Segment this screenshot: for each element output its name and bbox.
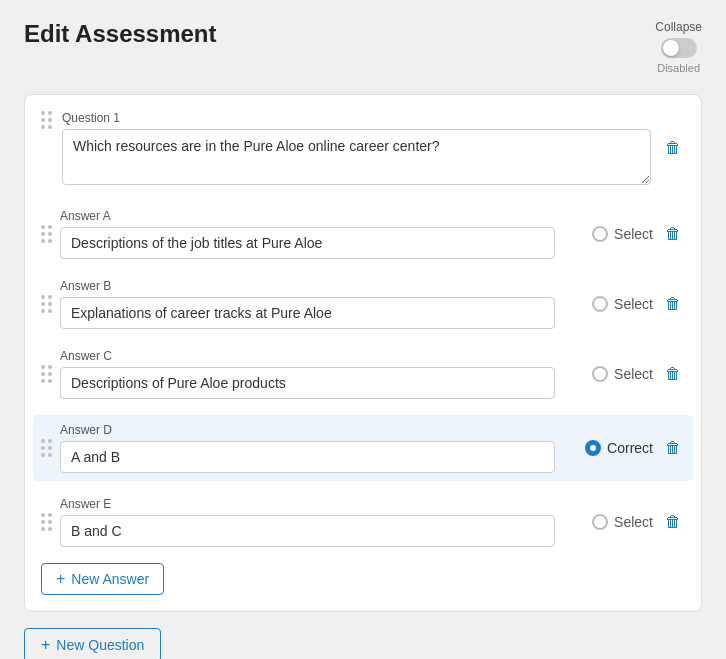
answer-drag-handle-c[interactable]: [41, 365, 52, 383]
select-area-e: Select: [563, 514, 653, 530]
radio-c[interactable]: [592, 366, 608, 382]
answer-label-b: Answer B: [60, 279, 555, 293]
trash-icon: 🗑: [665, 139, 681, 157]
trash-icon-answer-c: 🗑: [665, 365, 681, 383]
answer-input-c[interactable]: [60, 367, 555, 399]
answer-label-d: Answer D: [60, 423, 555, 437]
answer-input-b[interactable]: [60, 297, 555, 329]
answer-delete-button-e[interactable]: 🗑: [661, 509, 685, 535]
new-question-plus-icon: +: [41, 637, 50, 653]
answer-field-wrap-d: Answer D: [60, 423, 555, 473]
question-input[interactable]: [62, 129, 651, 185]
new-question-label: New Question: [56, 637, 144, 653]
toggle-thumb: [663, 40, 679, 56]
question-row: Question 1 🗑: [41, 111, 685, 189]
select-label-b[interactable]: Select: [614, 296, 653, 312]
answer-row-a: Answer A Select 🗑: [41, 205, 685, 263]
answer-delete-button-d[interactable]: 🗑: [661, 435, 685, 461]
answer-delete-button-b[interactable]: 🗑: [661, 291, 685, 317]
select-area-d: Correct: [563, 440, 653, 456]
trash-icon-answer-b: 🗑: [665, 295, 681, 313]
answer-label-a: Answer A: [60, 209, 555, 223]
answer-drag-handle-d[interactable]: [41, 439, 52, 457]
select-label-a[interactable]: Select: [614, 226, 653, 242]
answer-drag-handle-e[interactable]: [41, 513, 52, 531]
question-drag-handle[interactable]: [41, 111, 52, 129]
select-label-d[interactable]: Correct: [607, 440, 653, 456]
select-area-b: Select: [563, 296, 653, 312]
page-header: Edit Assessment Collapse Disabled: [24, 20, 702, 74]
trash-icon-answer-e: 🗑: [665, 513, 681, 531]
answer-row-b: Answer B Select 🗑: [41, 275, 685, 333]
new-question-button[interactable]: + New Question: [24, 628, 161, 659]
page-title: Edit Assessment: [24, 20, 217, 48]
question-delete-button[interactable]: 🗑: [661, 135, 685, 161]
answer-input-a[interactable]: [60, 227, 555, 259]
question-card: Question 1 🗑 Answer A Select: [24, 94, 702, 612]
answer-row-c: Answer C Select 🗑: [41, 345, 685, 403]
answer-field-wrap-c: Answer C: [60, 349, 555, 399]
answer-row-e: Answer E Select 🗑: [41, 493, 685, 551]
answer-input-e[interactable]: [60, 515, 555, 547]
answer-label-e: Answer E: [60, 497, 555, 511]
answer-field-wrap-a: Answer A: [60, 209, 555, 259]
plus-icon: +: [56, 571, 65, 587]
select-area-c: Select: [563, 366, 653, 382]
radio-b[interactable]: [592, 296, 608, 312]
question-label: Question 1: [62, 111, 651, 125]
new-answer-label: New Answer: [71, 571, 149, 587]
disabled-label: Disabled: [657, 62, 700, 74]
answer-delete-button-a[interactable]: 🗑: [661, 221, 685, 247]
select-label-e[interactable]: Select: [614, 514, 653, 530]
radio-a[interactable]: [592, 226, 608, 242]
question-field-wrap: Question 1: [62, 111, 651, 189]
answer-input-d[interactable]: [60, 441, 555, 473]
new-answer-button[interactable]: + New Answer: [41, 563, 164, 595]
collapse-label: Collapse: [655, 20, 702, 34]
radio-d[interactable]: [585, 440, 601, 456]
select-area-a: Select: [563, 226, 653, 242]
answer-field-wrap-e: Answer E: [60, 497, 555, 547]
trash-icon-answer-d: 🗑: [665, 439, 681, 457]
trash-icon-answer-a: 🗑: [665, 225, 681, 243]
collapse-section: Collapse Disabled: [655, 20, 702, 74]
collapse-toggle[interactable]: [661, 38, 697, 58]
select-label-c[interactable]: Select: [614, 366, 653, 382]
answer-delete-button-c[interactable]: 🗑: [661, 361, 685, 387]
radio-e[interactable]: [592, 514, 608, 530]
answer-drag-handle-a[interactable]: [41, 225, 52, 243]
answer-row-d: Answer D Correct 🗑: [33, 415, 693, 481]
answer-field-wrap-b: Answer B: [60, 279, 555, 329]
answer-drag-handle-b[interactable]: [41, 295, 52, 313]
answer-label-c: Answer C: [60, 349, 555, 363]
answers-section: Answer A Select 🗑 Answer B Se: [41, 205, 685, 551]
